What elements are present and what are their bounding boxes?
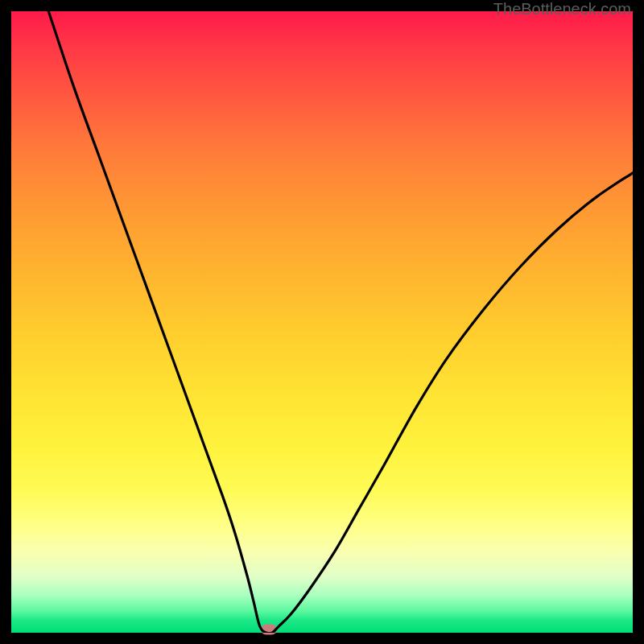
plot-area xyxy=(11,11,633,633)
curve-path xyxy=(48,11,633,633)
watermark-text: TheBottleneck.com xyxy=(493,0,631,19)
chart-container: TheBottleneck.com xyxy=(0,0,644,644)
bottleneck-curve xyxy=(11,11,633,633)
